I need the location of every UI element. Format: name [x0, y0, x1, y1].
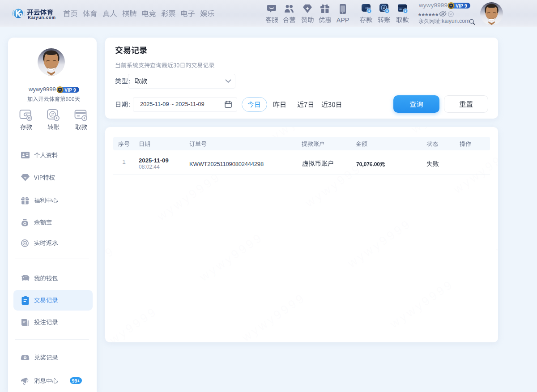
svg-text:VIP 9: VIP 9: [64, 88, 76, 93]
svg-text:VIP 9: VIP 9: [456, 4, 467, 9]
